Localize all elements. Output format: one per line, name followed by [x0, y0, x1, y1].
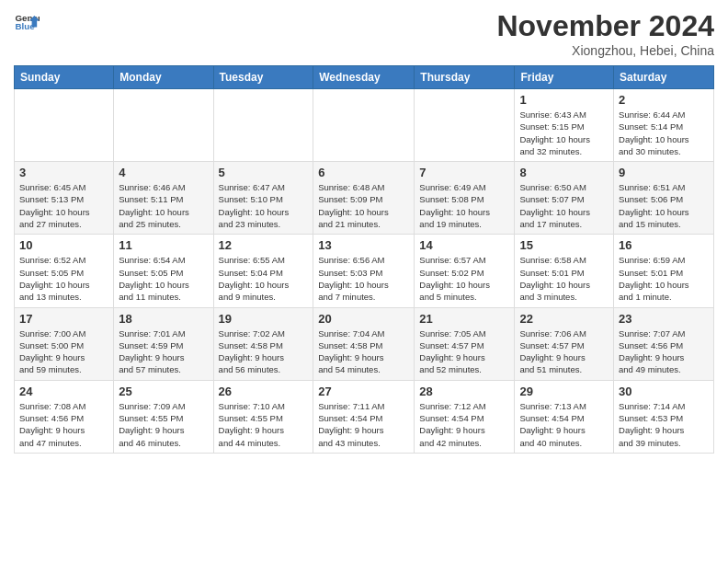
title-section: November 2024 Xiongzhou, Hebei, China [496, 9, 714, 58]
day-number: 24 [19, 385, 108, 398]
calendar-table: SundayMondayTuesdayWednesdayThursdayFrid… [14, 65, 714, 454]
calendar-cell: 29Sunrise: 7:13 AM Sunset: 4:54 PM Dayli… [515, 380, 614, 453]
day-info: Sunrise: 6:57 AM Sunset: 5:02 PM Dayligh… [419, 254, 509, 303]
calendar-cell: 13Sunrise: 6:56 AM Sunset: 5:03 PM Dayli… [313, 235, 415, 307]
calendar-cell [415, 89, 515, 162]
calendar-cell [114, 89, 213, 162]
page-header: General Blue November 2024 Xiongzhou, He… [14, 9, 714, 58]
day-info: Sunrise: 6:49 AM Sunset: 5:08 PM Dayligh… [419, 181, 509, 230]
calendar-cell: 17Sunrise: 7:00 AM Sunset: 5:00 PM Dayli… [15, 307, 114, 380]
day-number: 27 [318, 385, 409, 398]
day-number: 5 [219, 166, 309, 179]
day-info: Sunrise: 7:13 AM Sunset: 4:54 PM Dayligh… [519, 400, 609, 449]
day-number: 19 [219, 312, 309, 326]
calendar-cell: 2Sunrise: 6:44 AM Sunset: 5:14 PM Daylig… [614, 89, 714, 162]
weekday-header: Thursday [415, 66, 515, 89]
calendar-week-row: 17Sunrise: 7:00 AM Sunset: 5:00 PM Dayli… [15, 307, 714, 380]
day-number: 16 [619, 238, 709, 252]
calendar-week-row: 1Sunrise: 6:43 AM Sunset: 5:15 PM Daylig… [15, 89, 714, 162]
calendar-cell [15, 89, 114, 162]
day-info: Sunrise: 6:55 AM Sunset: 5:04 PM Dayligh… [219, 254, 309, 303]
day-info: Sunrise: 7:10 AM Sunset: 4:55 PM Dayligh… [219, 400, 309, 449]
calendar-cell: 3Sunrise: 6:45 AM Sunset: 5:13 PM Daylig… [15, 162, 114, 235]
day-info: Sunrise: 7:04 AM Sunset: 4:58 PM Dayligh… [318, 327, 409, 376]
day-info: Sunrise: 6:47 AM Sunset: 5:10 PM Dayligh… [219, 181, 309, 230]
day-info: Sunrise: 6:59 AM Sunset: 5:01 PM Dayligh… [619, 254, 709, 303]
day-info: Sunrise: 6:46 AM Sunset: 5:11 PM Dayligh… [119, 181, 208, 230]
calendar-cell: 11Sunrise: 6:54 AM Sunset: 5:05 PM Dayli… [114, 235, 213, 307]
day-number: 10 [19, 238, 108, 252]
calendar-header-row: SundayMondayTuesdayWednesdayThursdayFrid… [15, 66, 714, 89]
day-info: Sunrise: 7:05 AM Sunset: 4:57 PM Dayligh… [419, 327, 509, 376]
weekday-header: Monday [114, 66, 213, 89]
day-info: Sunrise: 6:52 AM Sunset: 5:05 PM Dayligh… [19, 254, 108, 303]
day-number: 17 [19, 312, 108, 326]
day-info: Sunrise: 7:00 AM Sunset: 5:00 PM Dayligh… [19, 327, 108, 376]
day-info: Sunrise: 6:43 AM Sunset: 5:15 PM Dayligh… [519, 109, 609, 157]
day-number: 29 [519, 385, 609, 398]
calendar-week-row: 24Sunrise: 7:08 AM Sunset: 4:56 PM Dayli… [15, 380, 714, 453]
weekday-header: Wednesday [313, 66, 415, 89]
calendar-week-row: 3Sunrise: 6:45 AM Sunset: 5:13 PM Daylig… [15, 162, 714, 235]
day-info: Sunrise: 6:50 AM Sunset: 5:07 PM Dayligh… [519, 181, 609, 230]
location-subtitle: Xiongzhou, Hebei, China [496, 43, 714, 58]
calendar-cell: 22Sunrise: 7:06 AM Sunset: 4:57 PM Dayli… [515, 307, 614, 380]
day-number: 26 [219, 385, 309, 398]
day-number: 21 [419, 312, 509, 326]
weekday-header: Saturday [614, 66, 714, 89]
day-info: Sunrise: 7:06 AM Sunset: 4:57 PM Dayligh… [519, 327, 609, 376]
calendar-cell: 4Sunrise: 6:46 AM Sunset: 5:11 PM Daylig… [114, 162, 213, 235]
day-info: Sunrise: 7:07 AM Sunset: 4:56 PM Dayligh… [619, 327, 709, 376]
day-info: Sunrise: 6:44 AM Sunset: 5:14 PM Dayligh… [619, 109, 709, 157]
day-number: 15 [519, 238, 609, 252]
calendar-cell: 26Sunrise: 7:10 AM Sunset: 4:55 PM Dayli… [213, 380, 313, 453]
day-info: Sunrise: 6:58 AM Sunset: 5:01 PM Dayligh… [519, 254, 609, 303]
day-number: 4 [119, 166, 208, 179]
calendar-cell: 15Sunrise: 6:58 AM Sunset: 5:01 PM Dayli… [515, 235, 614, 307]
calendar-cell: 25Sunrise: 7:09 AM Sunset: 4:55 PM Dayli… [114, 380, 213, 453]
day-info: Sunrise: 7:01 AM Sunset: 4:59 PM Dayligh… [119, 327, 208, 376]
weekday-header: Friday [515, 66, 614, 89]
day-info: Sunrise: 7:11 AM Sunset: 4:54 PM Dayligh… [318, 400, 409, 449]
day-number: 14 [419, 238, 509, 252]
page-container: General Blue November 2024 Xiongzhou, He… [0, 0, 728, 463]
calendar-cell: 20Sunrise: 7:04 AM Sunset: 4:58 PM Dayli… [313, 307, 415, 380]
day-number: 6 [318, 166, 409, 179]
day-number: 22 [519, 312, 609, 326]
day-info: Sunrise: 7:08 AM Sunset: 4:56 PM Dayligh… [19, 400, 108, 449]
calendar-cell: 23Sunrise: 7:07 AM Sunset: 4:56 PM Dayli… [614, 307, 714, 380]
day-number: 9 [619, 166, 709, 179]
day-number: 20 [318, 312, 409, 326]
day-info: Sunrise: 6:56 AM Sunset: 5:03 PM Dayligh… [318, 254, 409, 303]
calendar-cell: 8Sunrise: 6:50 AM Sunset: 5:07 PM Daylig… [515, 162, 614, 235]
logo-icon: General Blue [14, 9, 40, 35]
calendar-cell: 14Sunrise: 6:57 AM Sunset: 5:02 PM Dayli… [415, 235, 515, 307]
calendar-cell: 9Sunrise: 6:51 AM Sunset: 5:06 PM Daylig… [614, 162, 714, 235]
calendar-cell: 18Sunrise: 7:01 AM Sunset: 4:59 PM Dayli… [114, 307, 213, 380]
weekday-header: Tuesday [213, 66, 313, 89]
calendar-cell: 19Sunrise: 7:02 AM Sunset: 4:58 PM Dayli… [213, 307, 313, 380]
day-info: Sunrise: 7:12 AM Sunset: 4:54 PM Dayligh… [419, 400, 509, 449]
day-number: 23 [619, 312, 709, 326]
calendar-cell [313, 89, 415, 162]
day-info: Sunrise: 6:48 AM Sunset: 5:09 PM Dayligh… [318, 181, 409, 230]
day-number: 12 [219, 238, 309, 252]
calendar-cell: 30Sunrise: 7:14 AM Sunset: 4:53 PM Dayli… [614, 380, 714, 453]
day-number: 1 [519, 93, 609, 107]
calendar-cell: 21Sunrise: 7:05 AM Sunset: 4:57 PM Dayli… [415, 307, 515, 380]
day-number: 30 [619, 385, 709, 398]
calendar-cell: 16Sunrise: 6:59 AM Sunset: 5:01 PM Dayli… [614, 235, 714, 307]
logo: General Blue [14, 9, 40, 35]
month-title: November 2024 [496, 9, 714, 43]
day-info: Sunrise: 6:54 AM Sunset: 5:05 PM Dayligh… [119, 254, 208, 303]
calendar-cell: 12Sunrise: 6:55 AM Sunset: 5:04 PM Dayli… [213, 235, 313, 307]
day-number: 18 [119, 312, 208, 326]
calendar-cell: 27Sunrise: 7:11 AM Sunset: 4:54 PM Dayli… [313, 380, 415, 453]
day-info: Sunrise: 6:45 AM Sunset: 5:13 PM Dayligh… [19, 181, 108, 230]
calendar-week-row: 10Sunrise: 6:52 AM Sunset: 5:05 PM Dayli… [15, 235, 714, 307]
day-info: Sunrise: 7:02 AM Sunset: 4:58 PM Dayligh… [219, 327, 309, 376]
day-number: 13 [318, 238, 409, 252]
calendar-cell: 6Sunrise: 6:48 AM Sunset: 5:09 PM Daylig… [313, 162, 415, 235]
calendar-cell: 5Sunrise: 6:47 AM Sunset: 5:10 PM Daylig… [213, 162, 313, 235]
day-number: 25 [119, 385, 208, 398]
